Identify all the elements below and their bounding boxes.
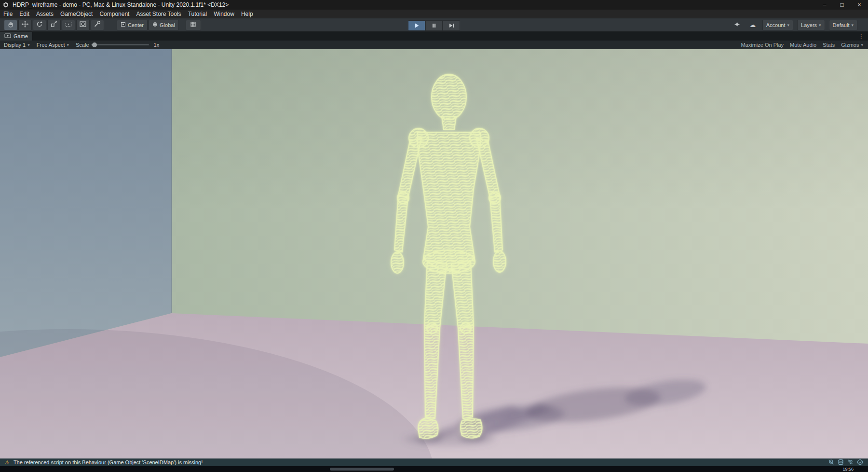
transform-tools	[4, 20, 104, 30]
pivot-mode-label: Center	[128, 22, 144, 28]
space-mode-button[interactable]: Global	[149, 20, 179, 30]
bell-muted-icon[interactable]	[828, 459, 834, 466]
game-view-icon	[4, 33, 11, 40]
layout-label: Default	[833, 22, 850, 28]
layout-dropdown[interactable]: Default ▾	[829, 20, 857, 30]
game-view-toolbar: Display 1 ▾ Free Aspect ▾ Scale 1x Maxim…	[0, 41, 868, 49]
close-button[interactable]: ×	[851, 0, 868, 10]
warning-icon: ⚠	[5, 459, 10, 466]
scale-slider[interactable]	[91, 44, 149, 45]
menu-asset-store-tools[interactable]: Asset Store Tools	[133, 10, 184, 18]
collab-icon	[734, 21, 740, 29]
pivot-mode-button[interactable]: Center	[117, 20, 148, 30]
scale-control: Scale 1x	[76, 42, 159, 48]
globe-icon	[152, 22, 158, 28]
window-title: HDRP_wireframe - demo - PC, Mac & Linux …	[13, 1, 229, 8]
chevron-down-icon: ▾	[851, 23, 854, 28]
view-tool-button[interactable]	[4, 20, 17, 30]
tab-game-label: Game	[14, 33, 28, 39]
rotate-tool-icon	[36, 21, 43, 29]
pivot-toggles: Center Global	[117, 20, 179, 30]
move-tool-icon	[21, 21, 29, 29]
menu-gameobject[interactable]: GameObject	[57, 10, 96, 18]
gizmos-label: Gizmos	[841, 42, 859, 48]
pause-button[interactable]	[425, 20, 443, 31]
scale-tool-icon	[50, 21, 58, 29]
tab-options-menu[interactable]: ⋮	[858, 33, 868, 40]
cloud-icon: ☁	[749, 21, 756, 28]
gizmos-dropdown[interactable]: Gizmos ▾	[841, 42, 863, 48]
game-viewport[interactable]	[0, 49, 868, 458]
scale-label: Scale	[76, 42, 89, 48]
taskbar-app-group[interactable]	[330, 468, 394, 471]
account-dropdown[interactable]: Account ▾	[762, 20, 793, 30]
menu-assets[interactable]: Assets	[33, 10, 57, 18]
collab-button[interactable]	[732, 20, 743, 30]
cloud-button[interactable]: ☁	[747, 20, 759, 30]
chevron-down-icon: ▾	[787, 23, 790, 28]
chevron-down-icon: ▾	[861, 42, 863, 47]
status-icons	[828, 459, 868, 466]
main-toolbar: Center Global ☁ Account ▾	[0, 18, 868, 32]
grid-icon	[190, 21, 196, 29]
transform-tool-icon	[79, 21, 87, 29]
display-dropdown[interactable]: Display 1 ▾	[4, 42, 30, 48]
cache-server-icon[interactable]	[838, 459, 844, 466]
taskbar: 19:56	[0, 466, 868, 472]
scale-slider-thumb[interactable]	[92, 42, 97, 47]
toolbar-right-group: ☁ Account ▾ Layers ▾ Default ▾	[732, 20, 868, 30]
stats-toggle[interactable]: Stats	[823, 42, 835, 48]
aspect-label: Free Aspect	[37, 42, 65, 48]
account-label: Account	[766, 22, 786, 28]
display-label: Display 1	[4, 42, 26, 48]
maximize-on-play-toggle[interactable]: Maximize On Play	[741, 42, 784, 48]
play-controls	[408, 20, 460, 31]
scale-value: 1x	[154, 42, 160, 48]
menu-edit[interactable]: Edit	[16, 10, 33, 18]
status-bar: ⚠ The referenced script on this Behaviou…	[0, 458, 868, 466]
chevron-down-icon: ▾	[27, 42, 30, 47]
move-tool-button[interactable]	[18, 20, 32, 30]
left-wall	[0, 49, 172, 357]
transform-tool-button[interactable]	[76, 20, 90, 30]
hand-tool-icon	[7, 21, 14, 29]
rect-tool-button[interactable]	[62, 20, 75, 30]
mute-audio-toggle[interactable]: Mute Audio	[790, 42, 816, 48]
minimize-button[interactable]: –	[816, 0, 833, 10]
status-message[interactable]: The referenced script on this Behaviour …	[14, 459, 203, 465]
restore-button[interactable]: □	[833, 0, 851, 10]
menu-help[interactable]: Help	[238, 10, 257, 18]
custom-tool-button[interactable]	[91, 20, 104, 30]
title-bar: HDRP_wireframe - demo - PC, Mac & Linux …	[0, 0, 868, 10]
wrench-icon	[94, 21, 101, 29]
tab-game[interactable]: Game	[0, 32, 33, 41]
pivot-icon	[121, 22, 126, 28]
progress-check-icon[interactable]	[857, 459, 863, 466]
unity-logo-icon	[3, 2, 9, 8]
space-mode-label: Global	[160, 22, 175, 28]
menu-bar: File Edit Assets GameObject Component As…	[0, 10, 868, 18]
menu-tutorial[interactable]: Tutorial	[185, 10, 211, 18]
network-icon[interactable]	[847, 459, 854, 466]
taskbar-clock[interactable]: 19:56	[842, 466, 854, 472]
rotate-tool-button[interactable]	[33, 20, 46, 30]
chevron-down-icon: ▾	[819, 23, 821, 28]
menu-window[interactable]: Window	[210, 10, 238, 18]
layers-dropdown[interactable]: Layers ▾	[797, 20, 825, 30]
menu-file[interactable]: File	[0, 10, 16, 18]
view-tab-strip: Game ⋮	[0, 32, 868, 41]
chevron-down-icon: ▾	[67, 42, 69, 47]
aspect-dropdown[interactable]: Free Aspect ▾	[37, 42, 69, 48]
play-button[interactable]	[408, 20, 425, 31]
menu-component[interactable]: Component	[96, 10, 133, 18]
scale-tool-button[interactable]	[47, 20, 61, 30]
grid-snap-button[interactable]	[186, 20, 201, 30]
rect-tool-icon	[65, 21, 72, 29]
layers-label: Layers	[801, 22, 817, 28]
step-button[interactable]	[443, 20, 460, 31]
